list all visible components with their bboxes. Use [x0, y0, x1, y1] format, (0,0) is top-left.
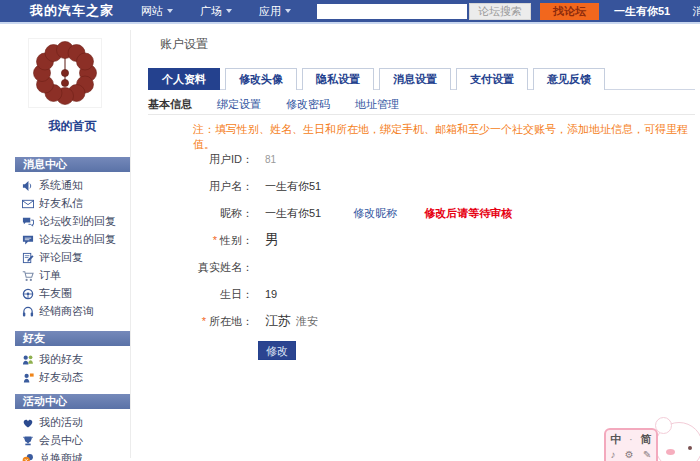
sidebar-item-forum-replies-sent[interactable]: 论坛发出的回复: [15, 231, 130, 248]
top-navbar: 我的汽车之家 网站 广场 应用 论坛搜索 找论坛 一生有你51 消息 3 设置: [0, 0, 700, 22]
sidebar-item-label: 好友私信: [39, 196, 83, 211]
nav-item-apps-label: 应用: [259, 4, 281, 19]
mascot-eye: [688, 446, 692, 450]
sidebar-item-label: 车友圈: [39, 286, 72, 301]
location-label-text: 所在地：: [209, 315, 253, 327]
messages-menu[interactable]: 消息 3: [692, 4, 700, 19]
location-label: *所在地：: [145, 314, 253, 329]
ime-mode-simplified[interactable]: 简: [641, 432, 652, 447]
sidebar-item-label: 兑换商城: [39, 451, 83, 461]
nav-item-website[interactable]: 网站: [141, 4, 173, 19]
gender-label-text: 性别：: [220, 234, 253, 246]
chat-bubbles-icon: [22, 216, 34, 228]
forum-search-input[interactable]: [317, 4, 467, 19]
form-row-nickname: 昵称： 一生有你51 修改昵称 修改后请等待审核: [145, 204, 697, 222]
real-name-label: 真实姓名：: [145, 260, 253, 275]
nav-item-plaza-label: 广场: [200, 4, 222, 19]
sidebar-item-dealer-inquiry[interactable]: 经销商咨询: [15, 303, 130, 320]
form-row-location: *所在地： 江苏 淮安: [145, 312, 697, 330]
coins-icon: [22, 453, 34, 461]
friends-icon: [22, 354, 34, 366]
friend-activity-icon: [22, 372, 34, 384]
forum-search-button[interactable]: 论坛搜索: [469, 3, 531, 20]
sidebar-item-label: 经销商咨询: [39, 304, 94, 319]
nav-item-website-label: 网站: [141, 4, 163, 19]
avatar[interactable]: [28, 38, 102, 108]
tab-feedback[interactable]: 意见反馈: [533, 68, 605, 90]
required-asterisk: *: [213, 234, 217, 246]
sidebar-item-label: 系统通知: [39, 178, 83, 193]
ime-mascot: [655, 422, 700, 461]
subtab-change-password[interactable]: 修改密码: [286, 97, 330, 112]
gear-icon[interactable]: ⚙: [625, 449, 634, 460]
heart-icon: [22, 417, 34, 429]
sidebar-item-label: 论坛发出的回复: [39, 232, 116, 247]
sidebar-item-car-circle[interactable]: 车友圈: [15, 285, 130, 302]
form-row-gender: *性别： 男: [145, 231, 697, 249]
tab-change-avatar[interactable]: 修改头像: [225, 68, 297, 90]
speaker-icon: [22, 180, 34, 192]
subtab-basic-info[interactable]: 基本信息: [148, 97, 192, 112]
sidebar-item-my-friends[interactable]: 我的好友: [15, 351, 130, 368]
sidebar-section-title-activities: 活动中心: [15, 394, 130, 409]
birthday-value: 19: [265, 288, 277, 300]
sidebar-item-label: 会员中心: [39, 433, 83, 448]
sidebar-item-private-messages[interactable]: 好友私信: [15, 195, 130, 212]
cart-icon: [22, 270, 34, 282]
find-forum-button[interactable]: 找论坛: [540, 3, 599, 20]
headset-icon: [22, 306, 34, 318]
sidebar: 我的首页 消息中心 系统通知 好友私信 论坛收到的回复 论坛发出的回复 评论回复…: [15, 30, 131, 458]
user-id-label: 用户ID：: [145, 152, 253, 167]
sidebar-item-comment-replies[interactable]: 评论回复: [15, 249, 130, 266]
username-label: 用户名：: [145, 179, 253, 194]
user-id-value: 81: [265, 154, 276, 165]
mascot-blush: [666, 449, 675, 455]
chevron-down-icon: [167, 9, 173, 13]
music-note-icon[interactable]: ♪: [611, 449, 616, 460]
form-row-real-name: 真实姓名：: [145, 258, 697, 276]
tab-payment-settings[interactable]: 支付设置: [456, 68, 528, 90]
chevron-down-icon: [285, 9, 291, 13]
steering-wheel-icon: [22, 288, 34, 300]
birthday-label: 生日：: [145, 287, 253, 302]
sidebar-item-system-notice[interactable]: 系统通知: [15, 177, 130, 194]
sidebar-item-label: 评论回复: [39, 250, 83, 265]
nickname-review-warning: 修改后请等待审核: [424, 206, 512, 221]
nickname-label: 昵称：: [145, 206, 253, 221]
tab-message-settings[interactable]: 消息设置: [379, 68, 451, 90]
sidebar-item-forum-replies-received[interactable]: 论坛收到的回复: [15, 213, 130, 230]
pencil-icon[interactable]: ✎: [643, 449, 651, 460]
nav-item-apps[interactable]: 应用: [259, 4, 291, 19]
navbar-username[interactable]: 一生有你51: [614, 4, 670, 19]
required-asterisk: *: [202, 315, 206, 327]
sidebar-item-member-center[interactable]: 会员中心: [15, 432, 130, 449]
nav-item-plaza[interactable]: 广场: [200, 4, 232, 19]
modify-button[interactable]: 修改: [258, 341, 296, 360]
profile-form: 用户ID： 81 用户名： 一生有你51 昵称： 一生有你51 修改昵称 修改后…: [145, 150, 697, 339]
sidebar-item-orders[interactable]: 订单: [15, 267, 130, 284]
username-value: 一生有你51: [265, 179, 321, 194]
sidebar-section-title-messages: 消息中心: [15, 157, 130, 172]
subtab-binding-settings[interactable]: 绑定设置: [217, 97, 261, 112]
tab-profile[interactable]: 个人资料: [148, 68, 220, 90]
ime-mode-chinese[interactable]: 中: [610, 432, 621, 447]
nickname-value: 一生有你51: [265, 206, 321, 221]
site-logo[interactable]: 我的汽车之家: [30, 2, 114, 20]
navbar-bottom-strip: [0, 22, 700, 24]
trophy-icon: [22, 435, 34, 447]
comment-edit-icon: [22, 252, 34, 264]
sidebar-item-label: 论坛收到的回复: [39, 214, 116, 229]
chevron-down-icon: [226, 9, 232, 13]
tab-privacy-settings[interactable]: 隐私设置: [302, 68, 374, 90]
sidebar-home-link[interactable]: 我的首页: [15, 118, 130, 135]
sub-tab-bar: 基本信息 绑定设置 修改密码 地址管理: [148, 95, 695, 115]
subtab-address-management[interactable]: 地址管理: [355, 97, 399, 112]
sidebar-item-exchange-mall[interactable]: 兑换商城: [15, 450, 130, 461]
sidebar-item-my-activities[interactable]: 我的活动: [15, 414, 130, 431]
sidebar-item-label: 我的好友: [39, 352, 83, 367]
ime-toolbar[interactable]: 中 · 简 ♪ ⚙ ✎: [604, 428, 658, 461]
edit-nickname-link[interactable]: 修改昵称: [353, 206, 397, 221]
sidebar-item-label: 好友动态: [39, 370, 83, 385]
sidebar-item-friend-activity[interactable]: 好友动态: [15, 369, 130, 386]
main-content: 账户设置 个人资料 修改头像 隐私设置 消息设置 支付设置 意见反馈 基本信息 …: [145, 30, 697, 450]
